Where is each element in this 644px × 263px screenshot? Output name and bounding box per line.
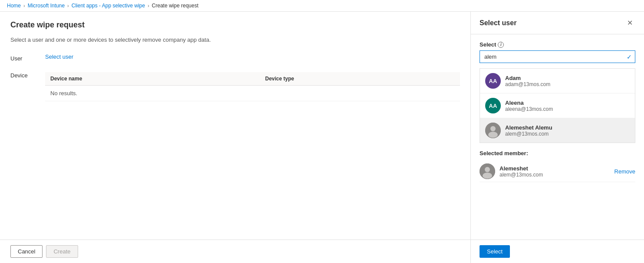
cancel-button[interactable]: Cancel [10,245,43,258]
col-device-name: Device name [45,72,260,86]
selected-member-row: Alemeshet alem@13mos.com Remove [480,161,635,182]
user-name: Alemeshet Alemu [505,124,552,131]
breadcrumb-intune[interactable]: Microsoft Intune [28,3,65,9]
breadcrumb-client-apps[interactable]: Client apps - App selective wipe [72,3,145,9]
selected-member-info: Alemeshet alem@13mos.com [499,165,614,178]
device-label: Device [10,70,45,79]
breadcrumb-home[interactable]: Home [7,3,21,9]
user-info: Adam adam@13mos.com [505,75,550,87]
panel-header: Select user ✕ [471,12,644,34]
user-form-row: User Select user [10,53,460,62]
user-email: aleena@13mos.com [505,106,553,112]
member-name: Alemeshet [499,165,614,172]
user-email: adam@13mos.com [505,81,550,87]
device-form-row: Device Device name Device type No result… [10,70,460,101]
selected-member-label: Selected member: [480,150,635,156]
breadcrumb-current: Create wipe request [152,3,198,9]
checkmark-icon: ✓ [627,53,632,60]
select-button[interactable]: Select [480,245,510,258]
create-button: Create [46,245,78,258]
panel-footer: Select [471,240,644,263]
list-item[interactable]: AA Adam adam@13mos.com [480,69,635,93]
breadcrumb-sep-2: › [67,3,69,8]
avatar-photo [485,123,501,138]
svg-point-1 [490,126,496,131]
content-footer: Cancel Create [0,240,470,263]
user-label: User [10,53,45,62]
list-item[interactable]: AA Aleena aleena@13mos.com [480,93,635,118]
avatar: AA [485,73,501,89]
page-description: Select a user and one or more devices to… [10,37,460,43]
user-name: Aleena [505,100,553,106]
avatar: AA [485,98,501,113]
col-device-type: Device type [260,72,460,86]
breadcrumb: Home › Microsoft Intune › Client apps - … [0,0,644,12]
table-row: No results. [45,86,460,101]
breadcrumb-sep-1: › [23,3,25,8]
member-email: alem@13mos.com [499,172,614,178]
select-user-panel: Select user ✕ Select i ✓ AA Adam [470,12,644,263]
user-avatar-svg [485,123,501,138]
panel-body: Select i ✓ AA Adam adam@13mos.com [471,34,644,240]
close-panel-button[interactable]: ✕ [624,18,635,28]
search-wrapper: ✓ [480,50,635,63]
list-item[interactable]: Alemeshet Alemu alem@13mos.com [480,118,635,143]
selected-user-avatar-svg [480,163,495,179]
panel-title: Select user [480,19,516,27]
svg-point-5 [483,173,492,179]
select-field-label: Select i [480,41,635,48]
select-user-link[interactable]: Select user [45,53,73,60]
user-info: Aleena aleena@13mos.com [505,100,553,112]
user-name: Adam [505,75,550,81]
user-info: Alemeshet Alemu alem@13mos.com [505,124,552,137]
user-list: AA Adam adam@13mos.com AA Aleena aleena@… [480,68,635,143]
content-panel: Create wipe request Select a user and on… [0,12,470,263]
no-results: No results. [45,86,460,101]
device-table-wrapper: Device name Device type No results. [45,70,460,101]
page-title: Create wipe request [10,20,460,30]
search-input[interactable] [480,50,635,63]
user-value: Select user [45,53,460,60]
device-table: Device name Device type No results. [45,72,460,101]
info-icon: i [498,42,504,48]
remove-member-button[interactable]: Remove [614,168,635,175]
selected-avatar [480,163,495,179]
user-email: alem@13mos.com [505,131,552,137]
svg-point-2 [488,132,498,138]
breadcrumb-sep-3: › [148,3,149,8]
svg-point-4 [485,167,490,172]
